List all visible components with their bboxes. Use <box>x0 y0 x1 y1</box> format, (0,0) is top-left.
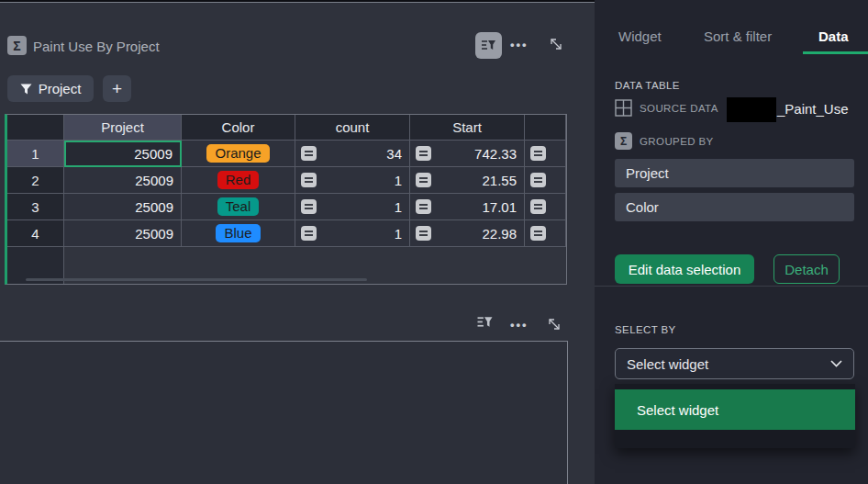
cell-color[interactable]: Orange <box>182 141 295 167</box>
grouped-by-row: Σ GROUPED BY <box>615 132 714 150</box>
cell-menu-icon[interactable] <box>530 199 546 214</box>
color-badge: Blue <box>216 224 260 242</box>
row-number[interactable]: 1 <box>7 141 64 167</box>
cell-count[interactable]: 1 <box>295 194 410 220</box>
edit-data-selection-button[interactable]: Edit data selection <box>615 254 754 284</box>
cell-start[interactable]: 17.01 <box>410 194 525 220</box>
cell-value: 742.33 <box>474 146 517 162</box>
tab-data[interactable]: Data <box>818 28 849 44</box>
row-number[interactable]: 2 <box>7 167 64 194</box>
col-header-count[interactable]: count <box>295 115 410 141</box>
expand-icon[interactable] <box>546 316 562 332</box>
more-options-icon[interactable]: ••• <box>510 318 529 332</box>
filter-chip-project[interactable]: Project <box>7 75 94 102</box>
cell-menu-icon[interactable] <box>530 173 546 187</box>
cell-count[interactable]: 1 <box>295 167 410 194</box>
filter-chip-label: Project <box>39 81 82 96</box>
cell-menu-icon[interactable] <box>301 146 317 161</box>
funnel-icon <box>20 84 32 95</box>
more-options-icon[interactable]: ••• <box>510 38 529 51</box>
chevron-down-icon <box>830 360 842 367</box>
redacted-box <box>727 97 776 122</box>
filter-list-icon <box>481 39 496 52</box>
cell-start[interactable]: 22.98 <box>410 220 525 247</box>
cell-menu-icon[interactable] <box>416 226 431 241</box>
color-badge: Red <box>217 171 260 189</box>
table-row: 2 25009 Red 1 21.55 <box>7 167 566 194</box>
cell-value: 21.55 <box>482 173 517 188</box>
cell-menu-icon[interactable] <box>416 146 431 161</box>
col-header-color[interactable]: Color <box>182 115 295 141</box>
widget-panel: Σ Paint Use By Project ••• Project + Pro… <box>0 2 595 484</box>
cell-count[interactable]: 34 <box>295 141 410 167</box>
cell-color[interactable]: Teal <box>182 194 295 220</box>
table-row: 3 25009 Teal 1 17.01 <box>7 194 566 220</box>
table-row: 4 25009 Blue 1 22.98 <box>7 220 566 247</box>
sigma-icon: Σ <box>7 36 27 55</box>
row-number[interactable]: 4 <box>7 220 64 247</box>
source-data-value: _Paint_Use <box>777 101 849 117</box>
expand-icon[interactable] <box>548 36 564 52</box>
row-number[interactable]: 3 <box>7 194 64 220</box>
source-data-row: SOURCE DATA <box>615 99 718 117</box>
cell-value: 22.98 <box>482 226 517 242</box>
cell-project-selected[interactable]: 25009 <box>64 141 182 167</box>
dropdown-list: Select widget <box>615 384 855 448</box>
dropdown-value: Select widget <box>627 356 708 372</box>
dropdown-option-select-widget[interactable]: Select widget <box>615 389 855 430</box>
select-widget-dropdown[interactable]: Select widget <box>615 348 854 379</box>
table-header-row: Project Color count Start <box>7 115 566 141</box>
section-heading-select-by: SELECT BY <box>615 324 676 335</box>
data-table: Project Color count Start 1 25009 Orange… <box>5 114 567 285</box>
grouped-item-project[interactable]: Project <box>615 159 854 187</box>
filter-list-button[interactable] <box>475 32 502 59</box>
cell-menu-icon[interactable] <box>416 173 431 187</box>
filter-list-icon[interactable] <box>476 315 494 330</box>
cell-start[interactable]: 742.33 <box>410 141 525 167</box>
table-row: 1 25009 Orange 34 742.33 <box>7 141 566 167</box>
cell-color[interactable]: Blue <box>182 220 295 247</box>
col-header-extra[interactable] <box>525 115 566 141</box>
horizontal-scrollbar[interactable] <box>26 278 367 281</box>
cell-project[interactable]: 25009 <box>64 220 182 247</box>
cell-menu-icon[interactable] <box>301 173 317 187</box>
section-heading-data-table: DATA TABLE <box>615 80 680 91</box>
table-grid-icon <box>615 99 632 117</box>
tab-sort-filter[interactable]: Sort & filter <box>704 28 772 44</box>
properties-panel: Widget Sort & filter Data DATA TABLE SOU… <box>595 0 868 484</box>
cell-value: 1 <box>395 199 402 215</box>
empty-widget-panel[interactable] <box>0 341 568 484</box>
grouped-item-color[interactable]: Color <box>615 193 854 221</box>
cell-color[interactable]: Red <box>182 167 295 194</box>
cell-project[interactable]: 25009 <box>64 167 182 194</box>
widget-title: Paint Use By Project <box>33 39 160 54</box>
color-badge: Teal <box>217 197 260 216</box>
source-data-label: SOURCE DATA <box>640 103 718 114</box>
col-header-project[interactable]: Project <box>64 115 182 141</box>
cell-value: 1 <box>395 226 402 242</box>
sigma-icon: Σ <box>615 132 632 150</box>
col-header-rownum[interactable] <box>7 115 64 141</box>
cell-menu-icon[interactable] <box>530 146 546 161</box>
add-filter-button[interactable]: + <box>103 75 131 102</box>
cell-extra[interactable] <box>525 141 566 167</box>
cell-menu-icon[interactable] <box>301 226 317 241</box>
section-divider <box>595 286 868 287</box>
tab-widget[interactable]: Widget <box>618 28 662 44</box>
cell-project[interactable]: 25009 <box>64 194 182 220</box>
cell-menu-icon[interactable] <box>530 226 546 241</box>
cell-start[interactable]: 21.55 <box>410 167 525 194</box>
cell-menu-icon[interactable] <box>416 199 431 214</box>
col-header-start[interactable]: Start <box>410 115 525 141</box>
cell-extra[interactable] <box>525 167 566 194</box>
cell-extra[interactable] <box>525 220 566 247</box>
detach-button[interactable]: Detach <box>773 254 840 284</box>
active-tab-underline <box>803 51 868 54</box>
cell-menu-icon[interactable] <box>301 199 317 214</box>
color-badge: Orange <box>206 144 269 163</box>
cell-count[interactable]: 1 <box>295 220 410 247</box>
cell-value: 17.01 <box>482 199 517 215</box>
cell-extra[interactable] <box>525 194 566 220</box>
grouped-by-label: GROUPED BY <box>640 136 714 147</box>
cell-value: 34 <box>386 146 402 162</box>
